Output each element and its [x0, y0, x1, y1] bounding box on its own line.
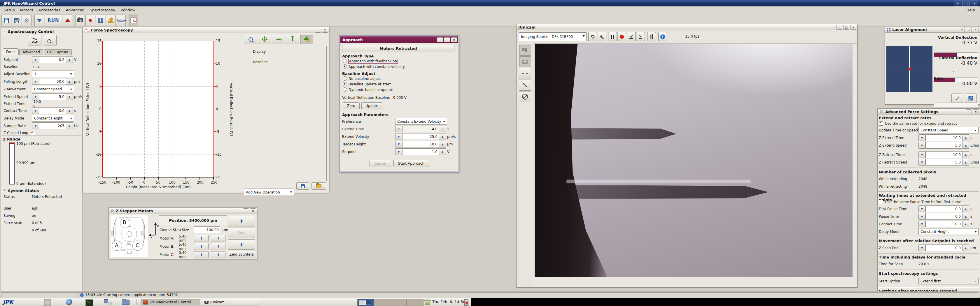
syringe-button[interactable] — [116, 14, 126, 26]
z-closed-loop-checkbox[interactable] — [30, 131, 35, 135]
spin-up[interactable]: ▲ — [962, 134, 969, 141]
close-button[interactable]: ✕ — [451, 37, 457, 42]
menu-motors[interactable]: Motors — [18, 7, 36, 13]
close-button[interactable]: ✕ — [973, 27, 979, 32]
force-spectroscopy-titlebar[interactable]: Force Spectroscopy ─□ — [83, 27, 329, 33]
spin-up[interactable]: ▲ — [962, 159, 969, 165]
spin-up[interactable]: ▲ — [439, 141, 446, 147]
z-extend-speed-input[interactable]: 5.0 — [926, 142, 962, 149]
close-button[interactable]: ✕ — [973, 109, 979, 114]
spin-down[interactable]: ▼ — [32, 78, 39, 85]
setpoint-input[interactable]: 1.0 — [402, 148, 439, 155]
minimize-button[interactable]: ─ — [959, 27, 965, 32]
maximize-button[interactable]: □ — [843, 25, 850, 30]
stop-button[interactable]: Stop — [228, 228, 255, 238]
spin-up[interactable]: ▲ — [66, 56, 73, 63]
adjust-baseline-select[interactable]: 1 — [32, 71, 74, 77]
workspace-2[interactable] — [374, 299, 390, 306]
clock[interactable]: Thu Feb 6, 14:50 — [432, 300, 466, 304]
info-button[interactable]: i — [658, 32, 667, 41]
show-desktop-icon[interactable] — [44, 299, 51, 306]
junicam-titlebar[interactable]: JUnicam ─□✕ — [517, 24, 857, 30]
autoscale-button[interactable] — [258, 35, 271, 44]
measure-circle-tool[interactable] — [519, 91, 531, 102]
advanced-force-titlebar[interactable]: Advanced Force Settings ─✕ — [878, 109, 980, 115]
maximize-button[interactable]: □ — [322, 28, 328, 33]
laser-alignment-titlebar[interactable]: Laser Alignment ─□✕ — [885, 27, 980, 33]
minimize-button[interactable]: ─ — [315, 28, 321, 33]
camera-button[interactable] — [75, 14, 85, 26]
sample-rate-input[interactable]: 205 — [39, 122, 66, 129]
minimize-button[interactable]: ─ — [437, 37, 443, 42]
close-button[interactable]: ✕ — [850, 25, 856, 30]
start-approach-button[interactable]: Start Approach — [393, 160, 429, 167]
collapse-panel-button[interactable] — [951, 94, 963, 103]
workspace-4[interactable] — [407, 299, 423, 306]
frame-export-button[interactable] — [636, 32, 645, 41]
run-button[interactable]: RUN — [45, 14, 62, 26]
task-button-nanowizard[interactable]: JPK NanoWizard Control — [141, 299, 200, 305]
stage-down-button[interactable]: ⬇ — [228, 239, 255, 250]
first-pause-input[interactable]: 0.0 — [926, 205, 962, 212]
workspace-1-active[interactable] — [358, 299, 374, 306]
setup-button[interactable]: ⚙ — [22, 14, 32, 26]
crosshair-tool[interactable] — [519, 68, 531, 79]
autoscale-lock-button[interactable] — [300, 35, 313, 44]
spin-down[interactable]: ▼ — [918, 220, 926, 227]
radio-feedback-row[interactable]: Approach with feedback on — [343, 59, 398, 63]
radio-constant-velocity-row[interactable]: Approach with constant velocity — [343, 64, 405, 69]
tab-force[interactable]: Force — [3, 48, 19, 55]
minimize-button[interactable]: ─ — [836, 25, 842, 30]
collapse-icon[interactable]: − — [3, 30, 6, 33]
delay-mode-select[interactable]: Constant Height — [918, 228, 978, 235]
same-rate-row[interactable]: Use the same rate for extend and retract — [879, 121, 957, 125]
spin-up[interactable]: ▲ — [66, 122, 73, 129]
file-manager-icon[interactable] — [122, 300, 129, 305]
z-movement-select[interactable]: Constant Speed — [32, 86, 74, 92]
setpoint-input[interactable]: 0.2 — [39, 56, 66, 63]
update-mode-select[interactable]: Constant Speed — [918, 127, 978, 133]
minimize-button[interactable]: ─ — [966, 109, 972, 114]
refresh-button[interactable] — [588, 32, 597, 41]
z-extend-time-input[interactable]: 10.0 — [926, 134, 962, 141]
minimize-button[interactable]: ─ — [243, 208, 249, 213]
same-pause-row[interactable]: Use the same Pause Time before first cur… — [879, 200, 961, 204]
spin-up[interactable]: ▲ — [962, 213, 969, 220]
radio-dynamic-baseline-row[interactable]: Dynamic baseline update — [343, 87, 393, 92]
radio-no-baseline-row[interactable]: No baseline adjust — [343, 76, 381, 81]
spin-up[interactable]: ▲ — [962, 220, 969, 227]
laser-button[interactable]: ✸ — [86, 14, 95, 26]
measure-line-tool[interactable] — [519, 79, 531, 90]
camera-source-select[interactable]: Imaging Source - DFx 31BF03 — [519, 32, 587, 41]
select-region-tool[interactable] — [519, 44, 531, 55]
add-operation-select[interactable]: Add New Operation — [244, 189, 294, 196]
fit-horizontal-button[interactable] — [272, 35, 285, 44]
open-curve-button[interactable] — [312, 182, 326, 190]
spin-up[interactable]: ▲ — [439, 148, 446, 155]
z-retract-time-input[interactable]: 10.0 — [926, 151, 962, 158]
motor-a-up-button[interactable]: ⬆ — [194, 235, 208, 242]
motor-b-down-button[interactable]: ⬇ — [211, 243, 226, 250]
motor-b-up-button[interactable]: ⬆ — [194, 243, 208, 250]
force-plot[interactable] — [102, 41, 214, 178]
z-scan-end-input[interactable]: 0.0 — [926, 244, 962, 251]
z-retract-speed-input[interactable]: 5.0 — [926, 159, 962, 165]
pause-time-input[interactable]: 0.0 — [926, 213, 962, 220]
maximize-button[interactable]: □ — [962, 1, 970, 6]
curve-mode-button[interactable] — [44, 35, 57, 46]
save-settings-button[interactable] — [12, 14, 21, 26]
target-height-input[interactable]: 10.0 — [402, 141, 439, 147]
camera-settings-button[interactable] — [598, 32, 606, 41]
spin-up[interactable]: ▲ — [66, 93, 73, 100]
spin-up[interactable]: ▲ — [439, 133, 446, 140]
network-icon[interactable] — [104, 299, 111, 305]
script-button[interactable] — [106, 14, 116, 26]
extend-velocity-input[interactable]: 25.0 — [402, 133, 439, 140]
menu-setup[interactable]: Setup — [1, 7, 18, 13]
zero-button[interactable]: Zero — [343, 102, 360, 109]
firefox-icon[interactable] — [66, 299, 72, 305]
pulling-length-input[interactable]: 50.0 — [39, 78, 66, 85]
operation-item-baseline[interactable]: Baseline — [244, 54, 326, 64]
region-tool[interactable] — [519, 56, 531, 67]
camera-view[interactable] — [535, 44, 853, 277]
